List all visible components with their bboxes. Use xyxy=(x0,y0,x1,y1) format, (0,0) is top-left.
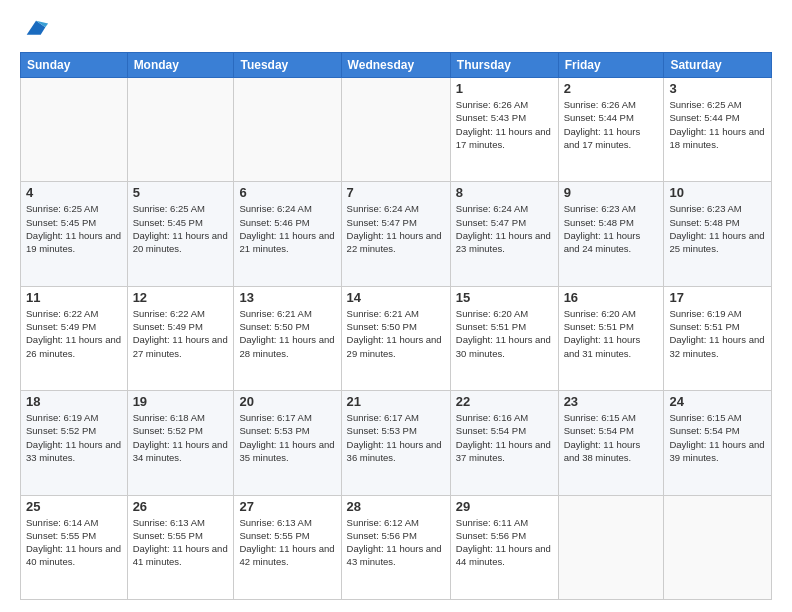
calendar-day-header: Thursday xyxy=(450,53,558,78)
day-number: 20 xyxy=(239,394,335,409)
day-info: Sunrise: 6:22 AM Sunset: 5:49 PM Dayligh… xyxy=(133,307,229,360)
day-info: Sunrise: 6:17 AM Sunset: 5:53 PM Dayligh… xyxy=(239,411,335,464)
calendar-cell xyxy=(558,495,664,599)
calendar-week-row: 18Sunrise: 6:19 AM Sunset: 5:52 PM Dayli… xyxy=(21,391,772,495)
calendar-cell: 4Sunrise: 6:25 AM Sunset: 5:45 PM Daylig… xyxy=(21,182,128,286)
day-info: Sunrise: 6:23 AM Sunset: 5:48 PM Dayligh… xyxy=(669,202,766,255)
day-number: 6 xyxy=(239,185,335,200)
calendar-day-header: Monday xyxy=(127,53,234,78)
day-info: Sunrise: 6:16 AM Sunset: 5:54 PM Dayligh… xyxy=(456,411,553,464)
calendar-week-row: 25Sunrise: 6:14 AM Sunset: 5:55 PM Dayli… xyxy=(21,495,772,599)
calendar-cell: 14Sunrise: 6:21 AM Sunset: 5:50 PM Dayli… xyxy=(341,286,450,390)
day-number: 15 xyxy=(456,290,553,305)
calendar-cell: 22Sunrise: 6:16 AM Sunset: 5:54 PM Dayli… xyxy=(450,391,558,495)
day-number: 29 xyxy=(456,499,553,514)
calendar-day-header: Sunday xyxy=(21,53,128,78)
day-number: 18 xyxy=(26,394,122,409)
calendar-cell: 12Sunrise: 6:22 AM Sunset: 5:49 PM Dayli… xyxy=(127,286,234,390)
calendar-cell: 1Sunrise: 6:26 AM Sunset: 5:43 PM Daylig… xyxy=(450,78,558,182)
day-info: Sunrise: 6:11 AM Sunset: 5:56 PM Dayligh… xyxy=(456,516,553,569)
day-info: Sunrise: 6:20 AM Sunset: 5:51 PM Dayligh… xyxy=(564,307,659,360)
day-number: 2 xyxy=(564,81,659,96)
day-info: Sunrise: 6:22 AM Sunset: 5:49 PM Dayligh… xyxy=(26,307,122,360)
calendar-cell xyxy=(127,78,234,182)
calendar-cell: 17Sunrise: 6:19 AM Sunset: 5:51 PM Dayli… xyxy=(664,286,772,390)
day-info: Sunrise: 6:21 AM Sunset: 5:50 PM Dayligh… xyxy=(347,307,445,360)
day-info: Sunrise: 6:24 AM Sunset: 5:47 PM Dayligh… xyxy=(456,202,553,255)
day-number: 25 xyxy=(26,499,122,514)
calendar-cell: 25Sunrise: 6:14 AM Sunset: 5:55 PM Dayli… xyxy=(21,495,128,599)
day-number: 24 xyxy=(669,394,766,409)
calendar-cell xyxy=(664,495,772,599)
calendar-cell: 16Sunrise: 6:20 AM Sunset: 5:51 PM Dayli… xyxy=(558,286,664,390)
calendar-cell: 6Sunrise: 6:24 AM Sunset: 5:46 PM Daylig… xyxy=(234,182,341,286)
page: SundayMondayTuesdayWednesdayThursdayFrid… xyxy=(0,0,792,612)
day-info: Sunrise: 6:20 AM Sunset: 5:51 PM Dayligh… xyxy=(456,307,553,360)
calendar-cell: 10Sunrise: 6:23 AM Sunset: 5:48 PM Dayli… xyxy=(664,182,772,286)
day-number: 8 xyxy=(456,185,553,200)
day-number: 14 xyxy=(347,290,445,305)
day-number: 10 xyxy=(669,185,766,200)
calendar-cell: 5Sunrise: 6:25 AM Sunset: 5:45 PM Daylig… xyxy=(127,182,234,286)
calendar-header-row: SundayMondayTuesdayWednesdayThursdayFrid… xyxy=(21,53,772,78)
day-number: 5 xyxy=(133,185,229,200)
day-number: 13 xyxy=(239,290,335,305)
day-info: Sunrise: 6:17 AM Sunset: 5:53 PM Dayligh… xyxy=(347,411,445,464)
calendar-cell: 19Sunrise: 6:18 AM Sunset: 5:52 PM Dayli… xyxy=(127,391,234,495)
calendar-cell: 15Sunrise: 6:20 AM Sunset: 5:51 PM Dayli… xyxy=(450,286,558,390)
day-info: Sunrise: 6:13 AM Sunset: 5:55 PM Dayligh… xyxy=(239,516,335,569)
calendar-cell: 3Sunrise: 6:25 AM Sunset: 5:44 PM Daylig… xyxy=(664,78,772,182)
day-info: Sunrise: 6:26 AM Sunset: 5:43 PM Dayligh… xyxy=(456,98,553,151)
calendar-week-row: 1Sunrise: 6:26 AM Sunset: 5:43 PM Daylig… xyxy=(21,78,772,182)
day-info: Sunrise: 6:21 AM Sunset: 5:50 PM Dayligh… xyxy=(239,307,335,360)
day-info: Sunrise: 6:15 AM Sunset: 5:54 PM Dayligh… xyxy=(669,411,766,464)
calendar-cell: 18Sunrise: 6:19 AM Sunset: 5:52 PM Dayli… xyxy=(21,391,128,495)
day-number: 7 xyxy=(347,185,445,200)
calendar-week-row: 11Sunrise: 6:22 AM Sunset: 5:49 PM Dayli… xyxy=(21,286,772,390)
day-number: 23 xyxy=(564,394,659,409)
calendar-cell: 20Sunrise: 6:17 AM Sunset: 5:53 PM Dayli… xyxy=(234,391,341,495)
day-number: 27 xyxy=(239,499,335,514)
day-info: Sunrise: 6:25 AM Sunset: 5:45 PM Dayligh… xyxy=(133,202,229,255)
day-info: Sunrise: 6:26 AM Sunset: 5:44 PM Dayligh… xyxy=(564,98,659,151)
calendar-cell xyxy=(234,78,341,182)
day-number: 11 xyxy=(26,290,122,305)
calendar-week-row: 4Sunrise: 6:25 AM Sunset: 5:45 PM Daylig… xyxy=(21,182,772,286)
day-info: Sunrise: 6:14 AM Sunset: 5:55 PM Dayligh… xyxy=(26,516,122,569)
calendar-cell: 21Sunrise: 6:17 AM Sunset: 5:53 PM Dayli… xyxy=(341,391,450,495)
day-number: 4 xyxy=(26,185,122,200)
calendar-cell: 26Sunrise: 6:13 AM Sunset: 5:55 PM Dayli… xyxy=(127,495,234,599)
calendar-cell: 2Sunrise: 6:26 AM Sunset: 5:44 PM Daylig… xyxy=(558,78,664,182)
day-number: 9 xyxy=(564,185,659,200)
calendar-cell: 13Sunrise: 6:21 AM Sunset: 5:50 PM Dayli… xyxy=(234,286,341,390)
calendar-day-header: Wednesday xyxy=(341,53,450,78)
day-number: 17 xyxy=(669,290,766,305)
day-number: 12 xyxy=(133,290,229,305)
day-info: Sunrise: 6:19 AM Sunset: 5:52 PM Dayligh… xyxy=(26,411,122,464)
calendar-cell: 27Sunrise: 6:13 AM Sunset: 5:55 PM Dayli… xyxy=(234,495,341,599)
calendar-day-header: Tuesday xyxy=(234,53,341,78)
day-info: Sunrise: 6:13 AM Sunset: 5:55 PM Dayligh… xyxy=(133,516,229,569)
calendar-cell: 23Sunrise: 6:15 AM Sunset: 5:54 PM Dayli… xyxy=(558,391,664,495)
day-number: 22 xyxy=(456,394,553,409)
day-info: Sunrise: 6:18 AM Sunset: 5:52 PM Dayligh… xyxy=(133,411,229,464)
day-info: Sunrise: 6:12 AM Sunset: 5:56 PM Dayligh… xyxy=(347,516,445,569)
calendar-day-header: Saturday xyxy=(664,53,772,78)
day-number: 26 xyxy=(133,499,229,514)
calendar-cell: 11Sunrise: 6:22 AM Sunset: 5:49 PM Dayli… xyxy=(21,286,128,390)
day-number: 19 xyxy=(133,394,229,409)
day-info: Sunrise: 6:19 AM Sunset: 5:51 PM Dayligh… xyxy=(669,307,766,360)
calendar-cell: 29Sunrise: 6:11 AM Sunset: 5:56 PM Dayli… xyxy=(450,495,558,599)
day-number: 16 xyxy=(564,290,659,305)
day-info: Sunrise: 6:24 AM Sunset: 5:47 PM Dayligh… xyxy=(347,202,445,255)
calendar-cell xyxy=(341,78,450,182)
calendar-cell: 8Sunrise: 6:24 AM Sunset: 5:47 PM Daylig… xyxy=(450,182,558,286)
day-info: Sunrise: 6:24 AM Sunset: 5:46 PM Dayligh… xyxy=(239,202,335,255)
day-number: 28 xyxy=(347,499,445,514)
calendar-cell: 24Sunrise: 6:15 AM Sunset: 5:54 PM Dayli… xyxy=(664,391,772,495)
calendar-table: SundayMondayTuesdayWednesdayThursdayFrid… xyxy=(20,52,772,600)
day-number: 21 xyxy=(347,394,445,409)
day-info: Sunrise: 6:25 AM Sunset: 5:44 PM Dayligh… xyxy=(669,98,766,151)
header xyxy=(20,16,772,44)
logo xyxy=(20,16,50,44)
